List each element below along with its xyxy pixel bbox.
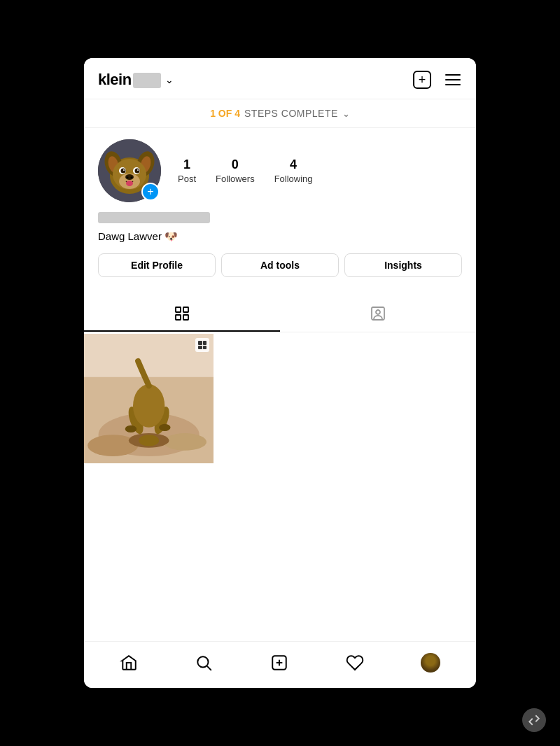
profile-name-blurred (98, 212, 210, 223)
tabs (84, 297, 476, 332)
steps-current: 1 (210, 108, 216, 119)
insights-button[interactable]: Insights (344, 253, 462, 277)
username-blurred (133, 73, 161, 88)
profile-bio: Dawg Lawver 🐶 (98, 229, 462, 244)
profile-section: + 1 Post 0 Followers 4 Following Dawg (84, 128, 476, 297)
collapse-button[interactable] (522, 708, 546, 732)
nav-search[interactable] (190, 649, 217, 676)
steps-label: STEPS COMPLETE (244, 108, 338, 119)
svg-point-33 (159, 424, 170, 431)
header-left: klein ⌄ (98, 71, 174, 89)
posts-count: 1 (183, 157, 190, 172)
add-story-button[interactable]: + (141, 183, 160, 201)
following-label: Following (274, 174, 313, 184)
username-text: klein (98, 71, 161, 89)
menu-button[interactable] (444, 73, 462, 87)
ad-tools-button[interactable]: Ad tools (221, 253, 339, 277)
svg-rect-19 (183, 307, 188, 312)
svg-point-17 (126, 181, 133, 186)
action-buttons: Edit Profile Ad tools Insights (98, 253, 462, 277)
header-right: + (412, 69, 462, 90)
plus-box-icon (270, 654, 288, 672)
posts-label: Post (178, 174, 196, 184)
phone-frame: klein ⌄ + 1 OF 4 STEPS COMPLETE ⌄ (84, 58, 476, 688)
new-post-button[interactable]: + (412, 69, 433, 90)
svg-point-28 (163, 433, 206, 451)
hamburger-icon (445, 74, 461, 85)
heart-icon (346, 654, 364, 672)
nav-avatar-inner (421, 653, 440, 673)
svg-point-34 (133, 384, 164, 428)
home-icon (120, 654, 138, 672)
nav-avatar (421, 653, 440, 673)
grid-section (84, 332, 476, 465)
steps-count: 1 OF 4 (210, 108, 240, 119)
stat-following[interactable]: 4 Following (274, 157, 313, 184)
tab-tagged[interactable] (280, 297, 476, 332)
bottom-nav (84, 641, 476, 688)
stat-posts: 1 Post (178, 157, 196, 184)
nav-profile[interactable] (416, 649, 444, 677)
nav-activity[interactable] (342, 649, 368, 676)
content-spacer (84, 465, 476, 641)
nav-home[interactable] (115, 649, 142, 676)
chevron-down-icon[interactable]: ⌄ (165, 74, 174, 85)
steps-chevron-icon: ⌄ (342, 108, 350, 119)
svg-point-13 (137, 169, 139, 171)
multi-post-icon (195, 338, 209, 352)
svg-rect-20 (176, 315, 181, 320)
header: klein ⌄ + (84, 58, 476, 99)
tab-grid[interactable] (84, 297, 280, 332)
svg-rect-18 (176, 307, 181, 312)
svg-point-10 (121, 169, 126, 174)
svg-point-36 (198, 656, 209, 667)
steps-total: 4 (234, 108, 240, 119)
grid-image-1 (84, 334, 214, 463)
grid-icon (174, 305, 190, 322)
svg-line-37 (207, 666, 211, 670)
followers-count: 0 (232, 157, 239, 172)
svg-rect-21 (183, 315, 188, 320)
plus-square-icon: + (413, 71, 431, 89)
profile-top: + 1 Post 0 Followers 4 Following (98, 139, 462, 202)
search-icon (195, 654, 213, 672)
svg-rect-25 (84, 334, 214, 377)
following-count: 4 (290, 157, 297, 172)
multi-post-grid (198, 341, 206, 349)
steps-banner[interactable]: 1 OF 4 STEPS COMPLETE ⌄ (84, 99, 476, 128)
stat-followers[interactable]: 0 Followers (216, 157, 255, 184)
collapse-icon (528, 714, 540, 726)
svg-point-12 (123, 169, 125, 171)
stats: 1 Post 0 Followers 4 Following (178, 157, 313, 184)
svg-point-23 (376, 310, 380, 314)
svg-point-16 (131, 177, 133, 178)
grid-item-1[interactable] (84, 334, 214, 463)
avatar-wrap: + (98, 139, 161, 202)
username-prefix: klein (98, 71, 132, 88)
nav-new-post[interactable] (266, 649, 293, 676)
svg-point-32 (125, 425, 136, 432)
dog-digging-svg (84, 334, 214, 463)
edit-profile-button[interactable]: Edit Profile (98, 253, 216, 277)
svg-point-15 (127, 177, 129, 178)
svg-point-35 (139, 435, 159, 446)
followers-label: Followers (216, 174, 255, 184)
svg-point-11 (135, 169, 140, 174)
tagged-icon (370, 305, 386, 322)
